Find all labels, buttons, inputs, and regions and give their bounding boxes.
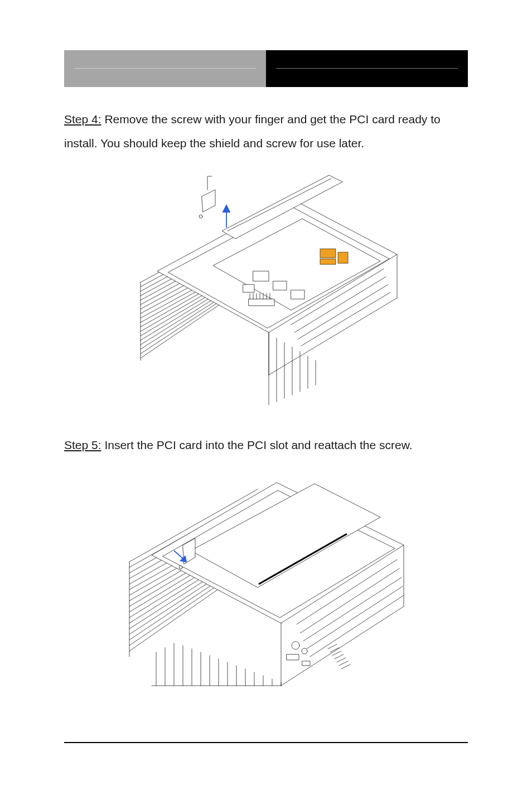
svg-rect-12 [287, 654, 299, 660]
svg-point-11 [302, 648, 307, 654]
svg-point-10 [292, 642, 299, 649]
header-right-block [266, 50, 468, 87]
step-5-label: Step 5: [64, 438, 101, 451]
svg-point-9 [179, 566, 182, 569]
svg-point-8 [199, 215, 202, 218]
figure-2-wrap [64, 467, 468, 690]
step-5-text: Insert the PCI card into the PCI slot an… [101, 438, 413, 451]
figure-2-chassis-insert-card [118, 467, 414, 690]
step-4-text-a: Remove the screw with your finger and ge… [101, 113, 441, 126]
svg-rect-7 [249, 299, 274, 306]
figure-1-wrap [64, 165, 468, 405]
svg-rect-6 [243, 285, 254, 292]
step-5-paragraph: Step 5: Insert the PCI card into the PCI… [64, 433, 468, 457]
svg-rect-4 [273, 281, 287, 290]
figure-1-chassis-remove-bracket [124, 165, 408, 405]
footer-rule [64, 742, 468, 743]
svg-rect-1 [320, 259, 336, 264]
svg-rect-0 [320, 249, 336, 258]
header-left-block [64, 50, 266, 87]
svg-rect-3 [253, 271, 269, 281]
svg-rect-2 [338, 252, 348, 263]
svg-rect-13 [302, 661, 310, 666]
step-4-label: Step 4: [64, 113, 101, 126]
step-4-text-b: install. You should keep the shield and … [64, 137, 364, 150]
svg-rect-5 [291, 290, 304, 299]
page-header-bar [64, 50, 468, 87]
step-4-paragraph: Step 4: Remove the screw with your finge… [64, 107, 468, 155]
